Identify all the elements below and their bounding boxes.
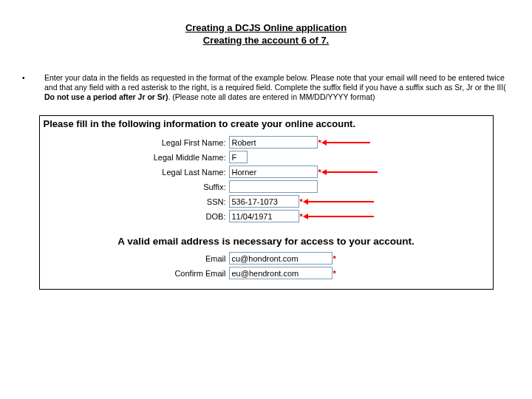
- instruction-text-part2: . (Please note all dates are entered in …: [168, 92, 375, 101]
- input-first-name[interactable]: [229, 136, 318, 149]
- label-email: Email: [41, 254, 229, 263]
- required-asterisk: *: [333, 269, 336, 278]
- arrow-annotation: [307, 201, 374, 202]
- row-ssn: SSN: *: [41, 194, 492, 208]
- bullet-marker: •: [22, 73, 44, 82]
- label-dob: DOB:: [41, 212, 229, 221]
- input-ssn[interactable]: [229, 195, 299, 208]
- input-last-name[interactable]: [229, 166, 318, 178]
- page-title: Creating a DCJS Online application Creat…: [22, 22, 510, 47]
- form-screenshot-panel: Please fill in the following information…: [39, 115, 494, 290]
- label-ssn: SSN:: [41, 197, 229, 206]
- title-line-1: Creating a DCJS Online application: [22, 22, 510, 35]
- input-email[interactable]: [229, 252, 332, 265]
- arrow-annotation: [326, 171, 378, 173]
- instruction-text: Enter your data in the fields as request…: [44, 73, 510, 102]
- required-asterisk: *: [333, 254, 336, 263]
- instruction-text-part1: Enter your data in the fields as request…: [44, 73, 506, 92]
- row-suffix: Suffix:: [41, 180, 492, 194]
- row-email: Email *: [41, 251, 492, 265]
- row-last-name: Legal Last Name: *: [41, 165, 492, 179]
- input-dob[interactable]: [229, 210, 299, 222]
- label-first-name: Legal First Name:: [41, 138, 229, 147]
- label-suffix: Suffix:: [41, 183, 229, 191]
- label-confirm-email: Confirm Email: [41, 269, 229, 278]
- input-suffix[interactable]: [229, 180, 318, 193]
- title-line-2: Creating the account 6 of 7.: [22, 35, 510, 47]
- email-section: Email * Confirm Email *: [41, 250, 492, 288]
- input-confirm-email[interactable]: [229, 267, 332, 279]
- row-dob: DOB: *: [41, 209, 492, 223]
- label-middle-name: Legal Middle Name:: [41, 153, 229, 162]
- arrow-annotation: [307, 216, 374, 217]
- arrow-annotation: [326, 142, 370, 143]
- personal-info-section: Legal First Name: * Legal Middle Name: L…: [41, 131, 492, 231]
- input-middle-name[interactable]: [229, 151, 248, 163]
- instruction-text-bold: Do not use a period after Jr or Sr): [44, 92, 168, 101]
- email-section-header: A valid email address is necessary for a…: [41, 231, 492, 250]
- label-last-name: Legal Last Name:: [41, 168, 229, 177]
- row-first-name: Legal First Name: *: [41, 135, 492, 149]
- instruction-bullet: • Enter your data in the fields as reque…: [22, 73, 510, 102]
- row-middle-name: Legal Middle Name:: [41, 150, 492, 164]
- row-confirm-email: Confirm Email *: [41, 266, 492, 280]
- form-header: Please fill in the following information…: [41, 117, 492, 131]
